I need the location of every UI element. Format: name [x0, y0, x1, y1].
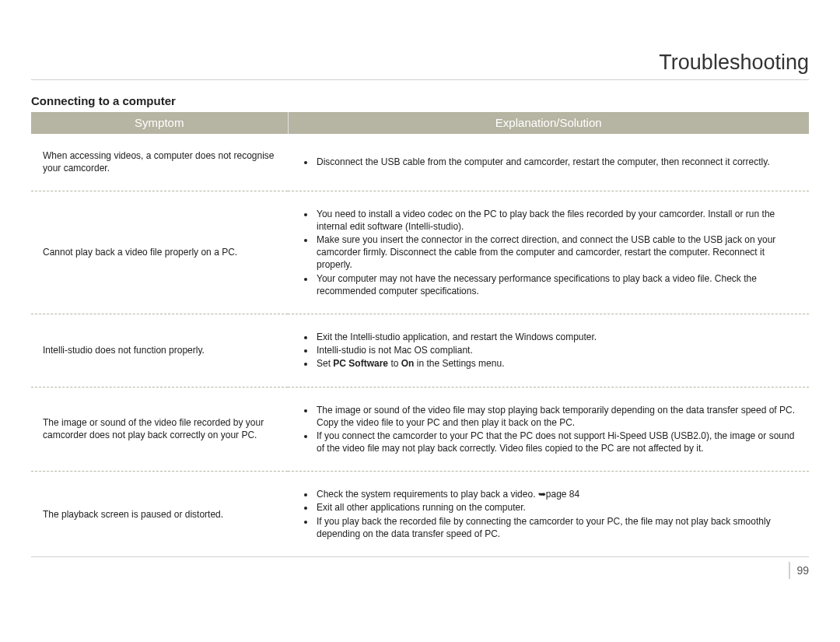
table-row: When accessing videos, a computer does n…	[31, 134, 809, 191]
arrow-right-icon: ➥	[538, 488, 546, 500]
table-row: The playback screen is paused or distort…	[31, 472, 809, 557]
list-item: Your computer may not have the necessary…	[315, 272, 801, 297]
section-heading: Connecting to a computer	[31, 94, 809, 107]
list-item: Exit all other applications running on t…	[315, 501, 801, 514]
list-item: If you play back the recorded file by co…	[315, 515, 801, 540]
list-item: Set PC Software to On in the Settings me…	[315, 357, 801, 370]
explanation-cell: You need to install a video codec on the…	[288, 191, 809, 314]
explanation-cell: Check the system requirements to play ba…	[288, 472, 809, 557]
symptom-cell: Intelli-studio does not function properl…	[31, 314, 288, 387]
list-item: Make sure you insert the connector in th…	[315, 233, 801, 272]
explanation-cell: The image or sound of the video file may…	[288, 387, 809, 472]
list-item: Exit the Intelli-studio application, and…	[315, 331, 801, 343]
explanation-cell: Exit the Intelli-studio application, and…	[288, 314, 809, 387]
page-title: Troubleshooting	[659, 51, 809, 74]
explanation-list: The image or sound of the video file may…	[292, 404, 801, 455]
page-number-wrap: 99	[31, 562, 809, 579]
list-item: You need to install a video codec on the…	[315, 208, 801, 233]
table-row: The image or sound of the video file rec…	[31, 387, 809, 472]
table-row: Intelli-studio does not function properl…	[31, 314, 809, 387]
symptom-cell: The image or sound of the video file rec…	[31, 387, 288, 472]
explanation-list: Check the system requirements to play ba…	[292, 488, 801, 540]
symptom-cell: Cannot play back a video file properly o…	[31, 191, 288, 314]
explanation-cell: Disconnect the USB cable from the comput…	[288, 134, 809, 191]
bold-text: On	[401, 358, 415, 369]
list-item: Disconnect the USB cable from the comput…	[315, 156, 801, 168]
troubleshooting-table: Symptom Explanation/Solution When access…	[31, 112, 809, 557]
list-item: If you connect the camcorder to your PC …	[315, 430, 801, 454]
symptom-cell: The playback screen is paused or distort…	[31, 472, 288, 557]
list-item: Check the system requirements to play ba…	[315, 488, 801, 500]
bold-text: PC Software	[333, 358, 388, 369]
col-header-symptom: Symptom	[31, 112, 288, 134]
table-row: Cannot play back a video file properly o…	[31, 191, 809, 314]
explanation-list: Exit the Intelli-studio application, and…	[292, 331, 801, 370]
list-item: Intelli-studio is not Mac OS compliant.	[315, 344, 801, 356]
explanation-list: You need to install a video codec on the…	[292, 208, 801, 297]
list-item: The image or sound of the video file may…	[315, 404, 801, 429]
page-title-bar: Troubleshooting	[31, 51, 809, 80]
symptom-cell: When accessing videos, a computer does n…	[31, 134, 288, 191]
col-header-explanation: Explanation/Solution	[288, 112, 809, 134]
explanation-list: Disconnect the USB cable from the comput…	[292, 156, 801, 168]
page-number: 99	[789, 562, 809, 579]
